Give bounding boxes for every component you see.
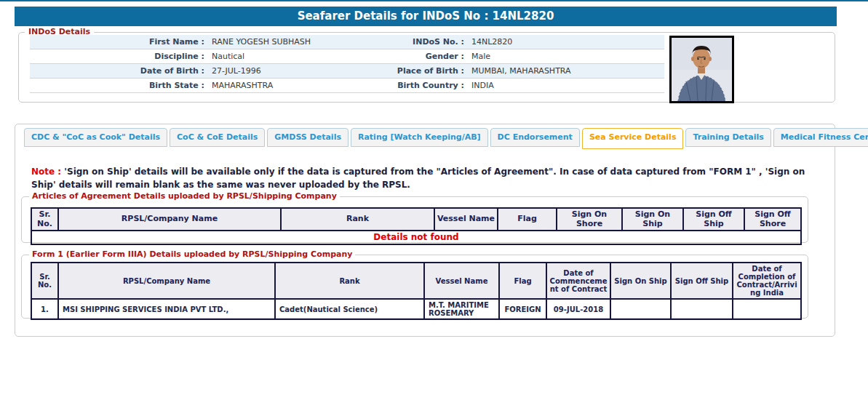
gender-label: Gender : <box>372 49 464 63</box>
column-header-sign-off-ship: Sign Off Ship <box>671 263 733 299</box>
sign-on-ship-note: Note : 'Sign on Ship' details will be av… <box>31 165 817 191</box>
place-of-birth-label: Place of Birth : <box>372 64 464 78</box>
gender-value: Male <box>464 49 664 63</box>
column-header-sign-on-ship: Sign On Ship <box>610 263 671 299</box>
indos-details-panel: INDoS Details First Name : RANE YOGESH S… <box>18 32 835 103</box>
detail-row-date-of-birth: Date of Birth : 27-JUL-1996 Place of Bir… <box>30 64 664 79</box>
seafarer-photo-illustration <box>672 38 732 101</box>
articles-header-row: Sr. No. RPSL/Company Name Rank Vessel Na… <box>31 208 801 231</box>
discipline-value: Nautical <box>204 49 372 63</box>
tab-gmdss[interactable]: GMDSS Details <box>267 128 349 147</box>
cell-company: MSI SHIPPING SERVICES INDIA PVT LTD., <box>58 299 275 319</box>
column-header-commencement-date: Date of Commencement of Contract <box>546 263 610 299</box>
cell-sign-off-ship <box>671 299 733 319</box>
cell-vessel: M.T. MARITIME ROSEMARY <box>424 299 499 319</box>
cell-sr-no: 1. <box>31 299 58 319</box>
column-header-rank: Rank <box>275 263 424 299</box>
detail-row-discipline: Discipline : Nautical Gender : Male <box>30 49 664 64</box>
date-of-birth-value: 27-JUL-1996 <box>204 64 372 78</box>
indos-no-value: 14NL2820 <box>464 35 664 49</box>
first-name-label: First Name : <box>30 35 204 49</box>
seafarer-photo <box>669 36 734 103</box>
tab-coc-coe[interactable]: CoC & CoE Details <box>170 128 265 147</box>
column-header-flag: Flag <box>498 208 557 231</box>
tab-training-details[interactable]: Training Details <box>685 128 771 147</box>
sea-service-content-panel: CDC & "CoC as Cook" Details CoC & CoE De… <box>15 124 835 337</box>
indos-details-rows: First Name : RANE YOGESH SUBHASH INDoS N… <box>30 35 664 93</box>
cell-sign-on-ship <box>610 299 671 319</box>
column-header-sign-off-ship: Sign Off Ship <box>683 208 744 231</box>
discipline-label: Discipline : <box>30 49 204 63</box>
form1-details-panel: Form 1 (Earlier Form IIIA) Details uploa… <box>21 255 808 319</box>
articles-of-agreement-table: Sr. No. RPSL/Company Name Rank Vessel Na… <box>31 207 802 245</box>
details-not-found-message: Details not found <box>31 231 801 244</box>
form1-header-row: Sr. No. RPSL/Company Name Rank Vessel Na… <box>31 263 801 299</box>
column-header-sign-on-ship: Sign On Ship <box>622 208 683 231</box>
date-of-birth-label: Date of Birth : <box>30 64 204 78</box>
articles-of-agreement-panel: Articles of Agreement Details uploaded b… <box>21 196 808 243</box>
cell-flag: FOREIGN <box>499 299 546 319</box>
first-name-value: RANE YOGESH SUBHASH <box>204 35 372 49</box>
tab-sea-service-details[interactable]: Sea Service Details <box>582 128 684 149</box>
detail-row-birth-state: Birth State : MAHARASHTRA Birth Country … <box>30 79 664 93</box>
column-header-rank: Rank <box>281 208 434 231</box>
form1-section-title: Form 1 (Earlier Form IIIA) Details uploa… <box>29 249 355 259</box>
column-header-completion-date: Date of Completion of Contract/Arriving … <box>733 263 801 299</box>
tab-dc-endorsement[interactable]: DC Endorsement <box>490 128 580 147</box>
details-not-found-row: Details not found <box>31 231 801 244</box>
column-header-flag: Flag <box>499 263 546 299</box>
page-title: Seafarer Details for INDoS No : 14NL2820 <box>15 7 837 26</box>
birth-country-value: INDIA <box>464 79 664 92</box>
birth-country-label: Birth Country : <box>372 79 464 92</box>
form1-details-table: Sr. No. RPSL/Company Name Rank Vessel Na… <box>31 262 802 320</box>
articles-section-title: Articles of Agreement Details uploaded b… <box>29 191 340 201</box>
tab-cdc-coc-as-cook[interactable]: CDC & "CoC as Cook" Details <box>24 128 167 147</box>
indos-no-label: INDoS No. : <box>372 35 464 49</box>
column-header-sr-no: Sr. No. <box>31 208 58 231</box>
note-prefix: Note : <box>31 167 61 177</box>
cell-completion-date <box>733 299 801 319</box>
page-top-accent-line <box>0 0 868 1</box>
tab-rating-watch-keeping[interactable]: Rating [Watch Keeping/AB] <box>351 128 488 147</box>
cell-commencement-date: 09-JUL-2018 <box>546 299 610 319</box>
column-header-vessel: Vessel Name <box>434 208 498 231</box>
detail-row-first-name: First Name : RANE YOGESH SUBHASH INDoS N… <box>30 35 664 49</box>
note-text: 'Sign on Ship' details will be available… <box>31 167 805 190</box>
place-of-birth-value: MUMBAI, MAHARASHTRA <box>464 64 664 78</box>
cell-rank: Cadet(Nautical Science) <box>275 299 424 319</box>
table-row: 1. MSI SHIPPING SERVICES INDIA PVT LTD.,… <box>31 299 801 319</box>
detail-tabs: CDC & "CoC as Cook" Details CoC & CoE De… <box>24 128 868 149</box>
birth-state-value: MAHARASHTRA <box>204 79 372 92</box>
column-header-company: RPSL/Company Name <box>58 263 275 299</box>
column-header-vessel: Vessel Name <box>424 263 499 299</box>
tab-medical-fitness-certificate[interactable]: Medical Fitness Certificate <box>773 128 868 147</box>
column-header-company: RPSL/Company Name <box>58 208 281 231</box>
column-header-sign-off-shore: Sign Off Shore <box>744 208 801 231</box>
column-header-sr-no: Sr. No. <box>31 263 58 299</box>
column-header-sign-on-shore: Sign On Shore <box>557 208 622 231</box>
birth-state-label: Birth State : <box>30 79 204 92</box>
